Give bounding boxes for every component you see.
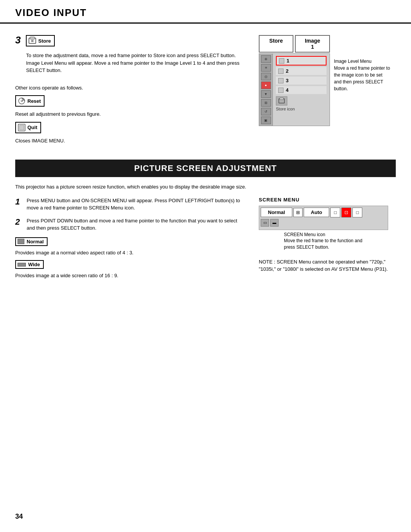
store-left-col: 3 (15, 35, 244, 148)
screen-menu-annotation-row: SCREEN Menu icon Move the red frame to t… (259, 232, 396, 251)
option-checkbox-1 (279, 58, 284, 64)
sidebar-icon-4-selected: ● (261, 81, 271, 89)
normal-label: Normal (15, 237, 48, 246)
other-icons-label: Other icons operate as follows. (15, 84, 244, 92)
sm-icon-btn-2-selected: ⊡ (341, 208, 351, 217)
sm-icon-btn-3: □ (352, 208, 362, 217)
sidebar-icon-8: ▣ (261, 117, 271, 124)
screen-menu-diagram: Normal ⊞ Auto □ ⊡ □ ▭ ▬ (259, 206, 388, 230)
wide-label: Wide (15, 260, 44, 269)
diagram-store-header: Store (259, 35, 293, 53)
option-checkbox-3 (278, 78, 284, 83)
wide-description: Provides image at a wide screen ratio of… (15, 272, 244, 280)
sidebar-icon-6: ⊞ (261, 99, 271, 107)
normal-description: Provides image at a normal video aspect … (15, 249, 244, 257)
quit-row: Quit Closes IMAGE MENU. (15, 122, 244, 145)
psa-step-1-number: 1 (15, 197, 22, 207)
svg-rect-9 (280, 98, 284, 100)
sidebar-icon-1: ⊕ (261, 55, 271, 63)
store-text: To store the adjustment data, move a red… (26, 52, 244, 74)
svg-rect-1 (30, 37, 35, 39)
reset-icon: ↺ (18, 97, 26, 105)
screen-menu-row1: Normal ⊞ Auto □ ⊡ □ (261, 208, 386, 217)
step-3-number: 3 (15, 35, 21, 45)
psa-section: PICTURE SCREEN ADJUSTMENT This projector… (15, 160, 396, 283)
psa-step-2-number: 2 (15, 217, 22, 227)
store-bottom-icon (276, 96, 287, 105)
image-option-2: 2 (276, 67, 327, 75)
psa-step-1: 1 Press MENU button and ON-SCREEN MENU w… (15, 197, 244, 212)
store-icon-bottom-label: Store icon (276, 107, 327, 111)
store-label: Store (38, 38, 51, 44)
reset-label: Reset (27, 98, 41, 104)
image-option-3: 3 (276, 77, 327, 85)
quit-icon-label: Quit (15, 122, 41, 133)
screen-menu-row2: ▭ ▬ (261, 219, 386, 227)
sm-side-icon-normal: ▭ (261, 219, 269, 227)
step-3-row: 3 (15, 35, 244, 78)
reset-icon-label: ↺ Reset (15, 95, 45, 107)
sm-side-icon-wide: ▬ (270, 219, 279, 227)
normal-icon (18, 239, 24, 244)
note-text: NOTE : SCREEN Menu cannot be operated wh… (259, 258, 396, 273)
option-checkbox-2 (278, 69, 284, 74)
sidebar-icon-7: ↺ (261, 108, 271, 115)
other-icons: Other icons operate as follows. ↺ Reset (15, 84, 244, 145)
wide-label-text: Wide (28, 262, 40, 267)
image-level-diagram: Store Image 1 ⊕ ☀ ◎ ● ▼ ⊞ (259, 35, 330, 126)
sm-expand-icon: ⊞ (293, 208, 303, 217)
store-icon (28, 37, 37, 45)
psa-step-2-text: Press POINT DOWN button and move a red f… (27, 217, 244, 232)
reset-text: Reset all adjustment to previous figure. (15, 110, 244, 118)
page-title: VIDEO INPUT (15, 7, 396, 19)
screen-menu-sub-annotation: Move the red frame to the function andpr… (284, 238, 362, 250)
quit-label: Quit (27, 125, 37, 130)
option-checkbox-4 (278, 88, 284, 93)
svg-rect-7 (19, 125, 24, 130)
image-option-4: 4 (276, 86, 327, 94)
sm-normal-cell: Normal (261, 208, 292, 217)
quit-text: Closes IMAGE MENU. (15, 137, 244, 145)
psa-title: PICTURE SCREEN ADJUSTMENT (15, 160, 396, 177)
psa-left-col: 1 Press MENU button and ON-SCREEN MENU w… (15, 197, 244, 283)
screen-menu-section: SCREEN MENU Normal ⊞ Auto □ ⊡ □ (259, 197, 396, 273)
screen-menu-title: SCREEN MENU (259, 197, 396, 203)
store-icon-label: Store (26, 35, 54, 46)
wide-section: Wide Provides image at a wide screen rat… (15, 260, 244, 280)
normal-section: Normal Provides image at a normal video … (15, 237, 244, 257)
page-header: VIDEO INPUT (0, 0, 411, 24)
psa-right-col: SCREEN MENU Normal ⊞ Auto □ ⊡ □ (259, 197, 396, 283)
sidebar-icon-2: ☀ (261, 64, 271, 72)
note-box: NOTE : SCREEN Menu cannot be operated wh… (259, 258, 396, 273)
psa-step-1-text: Press MENU button and ON-SCREEN MENU wil… (27, 197, 244, 212)
sm-icon-btn-1: □ (330, 208, 340, 217)
sm-auto-cell: Auto (304, 208, 330, 217)
screen-menu-icon-label: SCREEN Menu icon (284, 232, 325, 237)
wide-icon (18, 263, 26, 267)
image-level-annotation: Image Level MenuMove a red frame pointer… (334, 58, 396, 92)
page-number: 34 (15, 513, 23, 521)
image-level-annotation-text: Image Level MenuMove a red frame pointer… (334, 59, 390, 91)
normal-label-text: Normal (27, 239, 44, 244)
diagram-image-header: Image 1 (295, 35, 330, 53)
psa-intro: This projector has a picture screen resi… (15, 183, 396, 191)
sidebar-icon-3: ◎ (261, 73, 271, 80)
image-option-1: 1 (276, 56, 327, 66)
quit-icon (18, 123, 26, 132)
psa-step-2: 2 Press POINT DOWN button and move a red… (15, 217, 244, 232)
reset-row: ↺ Reset Reset all adjustment to previous… (15, 95, 244, 118)
image-level-diagram-col: Store Image 1 ⊕ ☀ ◎ ● ▼ ⊞ (259, 35, 396, 148)
screen-menu-annotation-text: SCREEN Menu icon Move the red frame to t… (284, 232, 362, 251)
sidebar-icon-5: ▼ (261, 90, 271, 98)
svg-text:↺: ↺ (21, 99, 23, 103)
